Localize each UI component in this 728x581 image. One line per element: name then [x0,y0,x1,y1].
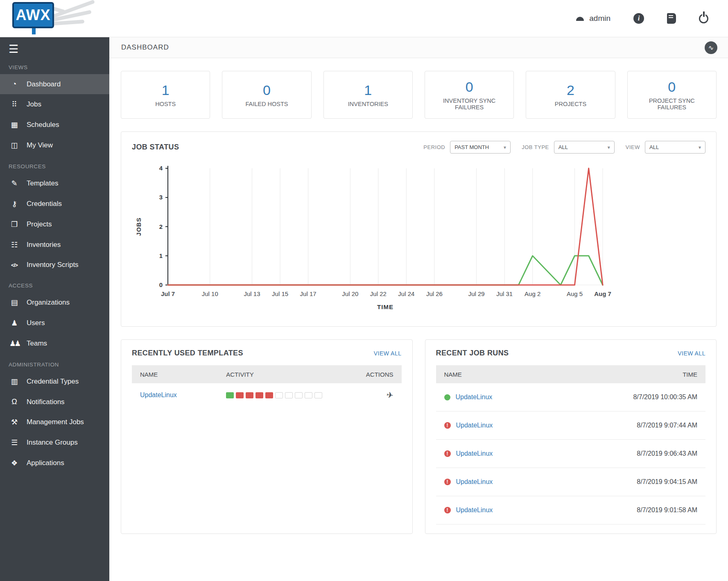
key-icon: ⚷ [9,199,20,208]
job-type-select[interactable]: ALL ▾ [554,141,615,154]
stat-card-hosts[interactable]: 1 HOSTS [121,71,210,119]
logout-button[interactable] [699,14,708,23]
jobs-view-all-link[interactable]: VIEW ALL [678,350,705,357]
sidebar-item-dashboard[interactable]: ◔ Dashboard [0,74,109,94]
period-select[interactable]: PAST MONTH ▾ [450,141,511,154]
book-icon [667,13,676,24]
job-type-select-value: ALL [558,144,568,150]
sidebar-item-inventories[interactable]: ☷ Inventories [0,235,109,255]
page-toolbar: DASHBOARD ∿ [109,37,728,58]
view-filter-label: VIEW [626,144,640,150]
code-icon: </> [9,262,20,268]
templates-view-all-link[interactable]: VIEW ALL [374,350,402,357]
power-icon [699,14,708,23]
stat-card-projects[interactable]: 2 PROJECTS [526,71,615,119]
launch-rocket-icon[interactable]: ✈ [386,390,394,400]
pencil-icon: ✎ [9,179,20,188]
about-button[interactable]: i [633,13,644,24]
sidebar-item-schedules[interactable]: ▦ Schedules [0,115,109,135]
sidebar-item-my-view[interactable]: ◫ My View [0,135,109,156]
activity-cell [295,392,303,398]
chevron-down-icon: ▾ [504,145,506,150]
sidebar-item-credentials[interactable]: ⚷ Credentials [0,194,109,214]
sidebar-item-templates[interactable]: ✎ Templates [0,173,109,194]
stat-card-inventories[interactable]: 1 INVENTORIES [323,71,413,119]
stat-label: INVENTORIES [348,101,388,107]
sidebar-item-inventory-scripts[interactable]: </> Inventory Scripts [0,255,109,275]
sidebar-item-applications[interactable]: ❖ Applications [0,453,109,473]
sidebar-item-jobs[interactable]: ⠿ Jobs [0,94,109,115]
svg-text:Jul 20: Jul 20 [342,290,358,297]
sidebar-item-label: My View [27,141,53,149]
topbar: AWX admin i [0,0,728,37]
activity-cell [226,392,234,398]
svg-text:Aug 5: Aug 5 [567,290,583,297]
job-link[interactable]: UpdateLinux [456,393,493,401]
job-status-chart: 01234Jul 7Jul 10Jul 13Jul 15Jul 17Jul 20… [132,160,705,317]
job-time: 8/7/2019 9:07:44 AM [637,422,697,429]
stat-value: 0 [668,79,676,95]
job-time: 8/7/2019 10:00:35 AM [633,393,697,401]
sidebar-item-instance-groups[interactable]: ☰ Instance Groups [0,432,109,453]
sidebar-item-users[interactable]: ♟ Users [0,313,109,333]
sidebar-item-label: Schedules [27,121,59,129]
columns-icon: ◫ [9,141,20,150]
sidebar-item-teams[interactable]: ♟♟ Teams [0,333,109,354]
dashboard-content: 1 HOSTS 0 FAILED HOSTS 1 INVENTORIES 0 I… [109,58,728,534]
docs-button[interactable] [667,13,676,24]
job-failed-icon: ! [444,507,451,513]
sidebar-item-label: Dashboard [27,80,61,88]
stat-card-project-sync-failures[interactable]: 0 PROJECT SYNC FAILURES [627,71,717,119]
job-link[interactable]: UpdateLinux [456,478,493,486]
stat-label: PROJECT SYNC FAILURES [639,97,705,111]
sidebar-item-organizations[interactable]: ▤ Organizations [0,292,109,313]
job-status-chart-svg: 01234Jul 7Jul 10Jul 13Jul 15Jul 17Jul 20… [132,160,622,316]
svg-text:Jul 29: Jul 29 [468,290,485,297]
period-filter-label: PERIOD [423,144,445,150]
user-menu[interactable]: admin [576,14,610,23]
sidebar-item-management-jobs[interactable]: ⚒ Management Jobs [0,412,109,432]
user-label: admin [589,14,610,23]
sidebar-section-access: ACCESS [0,275,109,292]
sidebar-item-label: Projects [27,220,52,228]
stat-card-failed-hosts[interactable]: 0 FAILED HOSTS [222,71,311,119]
chevron-down-icon: ▾ [699,145,701,150]
svg-text:Jul 31: Jul 31 [496,290,513,297]
activity-cell [275,392,283,398]
svg-text:Jul 24: Jul 24 [398,290,414,297]
activity-cell [255,392,263,398]
stat-value: 1 [364,82,372,98]
template-link[interactable]: UpdateLinux [140,391,177,398]
stat-card-inventory-sync-failures[interactable]: 0 INVENTORY SYNC FAILURES [425,71,514,119]
job-link[interactable]: UpdateLinux [456,422,493,429]
activity-cell [236,392,244,398]
stat-label: FAILED HOSTS [246,101,288,107]
templates-panel-title: RECENTLY USED TEMPLATES [132,349,243,357]
sidebar-item-notifications[interactable]: Ω Notifications [0,392,109,412]
sidebar-item-label: Credentials [27,200,62,208]
cubes-icon: ❖ [9,459,20,468]
jobs-icon: ⠿ [9,100,20,109]
job-link[interactable]: UpdateLinux [456,506,493,514]
template-activity-sparkline [226,392,356,398]
job-link[interactable]: UpdateLinux [456,450,493,457]
sidebar-item-projects[interactable]: ❒ Projects [0,214,109,235]
toolbox-icon: ⚒ [9,418,20,427]
job-status-filters: PERIOD PAST MONTH ▾ JOB TYPE ALL ▾ [418,141,705,154]
svg-text:2: 2 [159,223,163,230]
sidebar-item-label: Credential Types [27,378,79,386]
svg-text:0: 0 [159,281,163,288]
activity-cell [265,392,273,398]
stat-label: PROJECTS [555,101,586,107]
sidebar-section-views: VIEWS [0,57,109,74]
view-select[interactable]: ALL ▾ [645,141,705,154]
job-status-title: JOB STATUS [132,143,179,151]
activity-cell [285,392,293,398]
activity-cell [305,392,312,398]
activity-stream-icon[interactable]: ∿ [705,41,717,54]
job-success-icon [444,394,450,400]
sidebar-item-credential-types[interactable]: ▥ Credential Types [0,371,109,392]
job-type-filter-label: JOB TYPE [522,144,549,150]
stat-label: HOSTS [155,101,176,107]
job-runs-panel-title: RECENT JOB RUNS [436,349,509,357]
